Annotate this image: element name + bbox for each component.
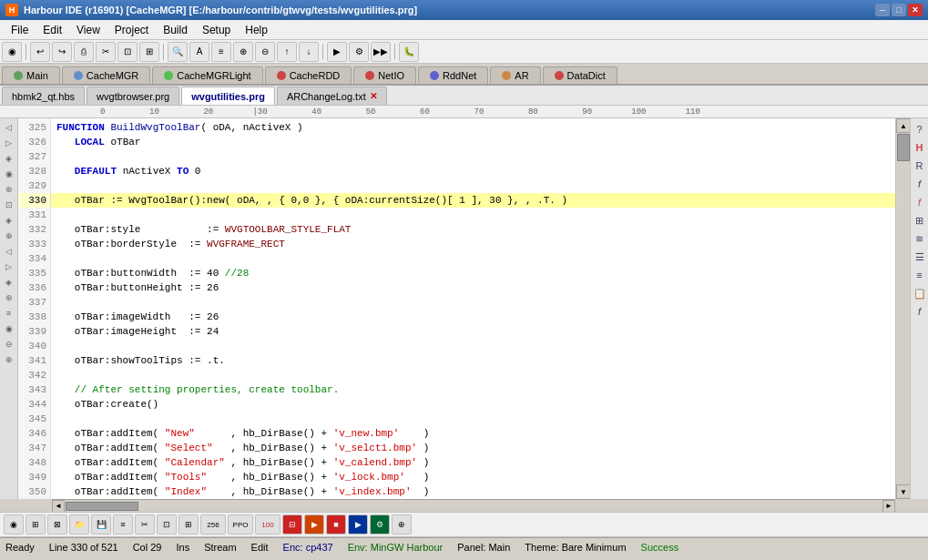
line-num-348: 348 [18, 455, 50, 470]
status-success: Success [641, 542, 679, 553]
right-icon-r[interactable]: R [912, 158, 928, 174]
code-line-348: oTBar:addItem( "Calendar" , hb_DirBase()… [51, 455, 895, 470]
file-tab-wvgutilities[interactable]: wvgutilities.prg [181, 87, 275, 105]
btb-btn-7[interactable]: ✂ [135, 514, 155, 535]
panel-tab-datadict[interactable]: DataDict [543, 66, 617, 84]
toolbar-btn6[interactable]: ⊞ [139, 42, 159, 62]
toolbar-btn5[interactable]: ⊡ [117, 42, 138, 62]
menu-edit[interactable]: Edit [36, 20, 69, 39]
right-icon-wave[interactable]: ≋ [912, 230, 928, 247]
horizontal-scrollbar[interactable]: ◄ ► [52, 499, 895, 512]
right-icon-f2[interactable]: f [912, 194, 928, 210]
panel-tab-rddnet[interactable]: RddNet [418, 66, 488, 84]
right-icon-h[interactable]: H [912, 139, 928, 156]
menu-help[interactable]: Help [238, 20, 275, 39]
btb-btn-4[interactable]: 📁 [69, 514, 89, 535]
menu-build[interactable]: Build [156, 20, 195, 39]
menu-project[interactable]: Project [107, 20, 156, 39]
right-icon-clipboard[interactable]: 📋 [912, 285, 928, 301]
h-scroll-track[interactable] [65, 501, 882, 512]
menu-file[interactable]: File [4, 20, 36, 39]
toolbar-btn9[interactable]: ≡ [211, 42, 231, 62]
right-icon-list2[interactable]: ≡ [912, 267, 928, 283]
btb-btn-16[interactable]: ▶ [348, 514, 368, 535]
file-tab-archangelog[interactable]: ARChangeLog.txt ✕ [277, 87, 387, 105]
toolbar-btn4[interactable]: ✂ [96, 42, 116, 62]
line-num-332: 332 [18, 222, 50, 237]
status-edit: Edit [251, 542, 269, 553]
line-num-338: 338 [18, 310, 50, 324]
vertical-scrollbar[interactable]: ▲ ▼ [895, 118, 910, 499]
line-num-342: 342 [18, 368, 50, 382]
close-tab-icon[interactable]: ✕ [370, 91, 377, 101]
code-editor[interactable]: FUNCTION BuildWvgToolBar( oDA, nActiveX … [51, 118, 895, 499]
right-icon-list[interactable]: ☰ [912, 249, 928, 265]
minimize-button[interactable]: ─ [875, 4, 890, 16]
menu-setup[interactable]: Setup [195, 20, 238, 39]
gutter-icon-7: ◈ [2, 213, 16, 228]
btb-btn-6[interactable]: ≡ [113, 514, 133, 535]
right-icon-f1[interactable]: f [912, 176, 928, 192]
btb-btn-18[interactable]: ⊕ [392, 514, 412, 535]
toolbar-debug[interactable]: 🐛 [399, 42, 419, 62]
btb-btn-5[interactable]: 💾 [91, 514, 111, 535]
btb-btn-2[interactable]: ⊞ [25, 514, 46, 535]
file-tab-hbmk2[interactable]: hbmk2_qt.hbs [2, 87, 85, 105]
btb-btn-15[interactable]: ■ [326, 514, 346, 535]
toolbar-btn11[interactable]: ⊖ [255, 42, 275, 62]
code-line-325: FUNCTION BuildWvgToolBar( oDA, nActiveX … [51, 120, 895, 135]
app-icon: H [5, 4, 18, 16]
toolbar-compile[interactable]: ▶ [327, 42, 347, 62]
panel-dot-ar [502, 71, 511, 80]
panel-tab-cacherdd[interactable]: CacheRDD [265, 66, 352, 84]
file-tab-wvgtbrowser[interactable]: wvgtbrowser.prg [87, 87, 179, 105]
btb-btn-13[interactable]: ⊟ [282, 514, 302, 535]
toolbar-run[interactable]: ▶▶ [371, 42, 391, 62]
scroll-down-arrow[interactable]: ▼ [896, 484, 911, 499]
gutter-icon-1: ◁ [2, 120, 16, 135]
right-icon-question[interactable]: ? [912, 121, 928, 137]
scroll-up-arrow[interactable]: ▲ [896, 118, 911, 133]
toolbar-btn8[interactable]: A [189, 42, 209, 62]
right-icon-f3[interactable]: f [912, 303, 928, 320]
close-button[interactable]: ✕ [908, 4, 923, 16]
toolbar-btn12[interactable]: ↑ [277, 42, 297, 62]
h-scroll-thumb[interactable] [66, 502, 138, 511]
menu-view[interactable]: View [69, 20, 107, 39]
maximize-button[interactable]: □ [892, 4, 906, 16]
toolbar-build[interactable]: ⚙ [349, 42, 369, 62]
toolbar-btn10[interactable]: ⊕ [233, 42, 253, 62]
status-theme: Theme: Bare Minimum [525, 542, 626, 553]
panel-tab-cachemgrlight[interactable]: CacheMGRLight [152, 66, 262, 84]
gutter-icon-13: ≡ [2, 306, 16, 321]
gutter-icon-2: ▷ [2, 136, 16, 150]
btb-btn-1[interactable]: ◉ [4, 514, 24, 535]
panel-tab-netio[interactable]: NetIO [353, 66, 416, 84]
toolbar-undo[interactable]: ↩ [30, 42, 50, 62]
btb-btn-10[interactable]: 256 [200, 514, 226, 535]
toolbar-redo[interactable]: ↪ [52, 42, 72, 62]
scroll-track[interactable] [896, 133, 910, 484]
btb-btn-12[interactable]: 100 [255, 514, 280, 535]
toolbar-btn13[interactable]: ↓ [299, 42, 319, 62]
btb-btn-14[interactable]: ▶ [304, 514, 324, 535]
h-scroll-right[interactable]: ► [882, 500, 895, 513]
toolbar-search[interactable]: 🔍 [168, 42, 188, 62]
h-scroll-left[interactable]: ◄ [52, 500, 65, 513]
gutter-icon-11: ◈ [2, 275, 16, 290]
panel-tab-ar[interactable]: AR [490, 66, 540, 84]
btb-btn-17[interactable]: ⚙ [370, 514, 390, 535]
btb-btn-3[interactable]: ⊠ [47, 514, 67, 535]
panel-tab-main[interactable]: Main [2, 66, 60, 84]
btb-btn-8[interactable]: ⊡ [157, 514, 177, 535]
scroll-thumb[interactable] [897, 134, 910, 161]
code-line-328: DEFAULT nActiveX TO 0 [51, 164, 895, 178]
btb-btn-11[interactable]: PPO [228, 514, 253, 535]
toolbar-btn3[interactable]: ⎙ [74, 42, 94, 62]
panel-tab-cachemgr[interactable]: CacheMGR [62, 66, 150, 84]
toolbar-new[interactable]: ◉ [2, 42, 22, 62]
line-num-331: 331 [18, 208, 50, 222]
right-icon-grid[interactable]: ⊞ [912, 212, 928, 229]
code-line-326: LOCAL oTBar [51, 135, 895, 149]
btb-btn-9[interactable]: ⊞ [178, 514, 199, 535]
